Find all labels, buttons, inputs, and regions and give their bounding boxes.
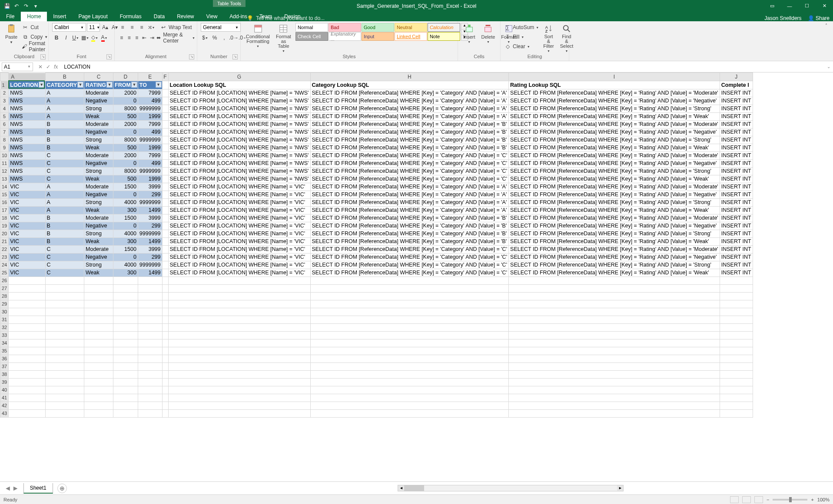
cell[interactable] <box>720 370 753 378</box>
cell[interactable]: SELECT ID FROM [ReferenceData] WHERE [Ke… <box>310 245 509 253</box>
cell[interactable] <box>113 292 138 300</box>
scroll-thumb[interactable] <box>404 485 424 491</box>
cell[interactable]: NWS <box>9 144 45 152</box>
cell[interactable]: INSERT INT <box>720 152 753 159</box>
cell[interactable]: SELECT ID FROM [ReferenceData] WHERE [Ke… <box>509 261 720 269</box>
row-header[interactable]: 15 <box>0 191 9 198</box>
row-header[interactable]: 10 <box>0 152 9 159</box>
column-header[interactable]: D <box>113 73 138 81</box>
cell[interactable]: NWS <box>9 175 45 183</box>
column-header[interactable]: E <box>138 73 162 81</box>
cell[interactable]: 1499 <box>138 206 162 214</box>
cell[interactable] <box>720 277 753 284</box>
tab-file[interactable]: File <box>0 12 21 21</box>
tab-page-layout[interactable]: Page Layout <box>72 12 113 21</box>
row-header[interactable]: 1 <box>0 81 8 89</box>
cell[interactable] <box>113 394 138 402</box>
cell[interactable]: SELECT ID FROM [ReferenceData] WHERE [Ke… <box>509 230 720 237</box>
cell[interactable]: 7999 <box>138 89 162 97</box>
cell[interactable]: SELECT ID FROM [ReferenceData] WHERE [Ke… <box>509 159 720 167</box>
percent-format-icon[interactable]: % <box>210 33 219 42</box>
border-button[interactable]: ▦▼ <box>81 33 90 42</box>
cell[interactable] <box>138 300 162 308</box>
cell[interactable] <box>162 105 168 112</box>
cell[interactable]: 0 <box>113 97 138 105</box>
align-top-icon[interactable]: ≡ <box>118 23 127 32</box>
cell[interactable] <box>84 355 113 362</box>
cell[interactable]: Moderate <box>84 152 113 159</box>
cell[interactable]: B <box>45 222 84 230</box>
cell[interactable] <box>162 214 168 222</box>
row-header[interactable]: 9 <box>0 144 9 152</box>
cell[interactable] <box>162 120 168 128</box>
font-size-select[interactable]: 11▼ <box>87 23 100 32</box>
cell[interactable]: Negative <box>84 97 113 105</box>
cell[interactable]: VIC <box>9 253 45 261</box>
cell[interactable] <box>9 409 45 417</box>
cell[interactable]: SELECT ID FROM [ReferenceData] WHERE [Ke… <box>310 136 509 144</box>
row-header[interactable]: 29 <box>0 300 9 308</box>
cell[interactable]: INSERT INT <box>720 89 753 97</box>
dialog-launcher-icon[interactable]: ↘ <box>106 54 112 59</box>
cell-style-option[interactable]: Normal <box>295 23 328 32</box>
cell[interactable]: INSERT INT <box>720 206 753 214</box>
cell[interactable]: SELECT ID FROM [ReferenceData] WHERE [Ke… <box>310 144 509 152</box>
cell[interactable] <box>84 323 113 331</box>
cell[interactable] <box>168 300 310 308</box>
cell[interactable]: INSERT INT <box>720 159 753 167</box>
cell[interactable] <box>310 284 509 292</box>
cell[interactable] <box>138 292 162 300</box>
cell[interactable]: Moderate <box>84 214 113 222</box>
cell[interactable] <box>720 402 753 409</box>
cell[interactable]: 1499 <box>138 269 162 277</box>
cell[interactable]: SELECT ID FROM [ReferenceData] WHERE [Ke… <box>509 120 720 128</box>
cell[interactable]: A <box>45 105 84 112</box>
cell[interactable] <box>720 300 753 308</box>
cell[interactable]: Weak <box>84 112 113 120</box>
cell[interactable] <box>162 175 168 183</box>
increase-font-icon[interactable]: A▴ <box>101 23 110 32</box>
cell[interactable]: 8000 <box>113 105 138 112</box>
cell[interactable]: Moderate <box>84 89 113 97</box>
cell-styles-gallery[interactable]: NormalBadGoodNeutralCalculationCheck Cel… <box>295 23 460 41</box>
fx-icon[interactable]: fx <box>54 64 58 70</box>
cell[interactable]: VIC <box>9 214 45 222</box>
align-right-icon[interactable]: ≡ <box>133 33 140 42</box>
row-header[interactable]: 5 <box>0 112 9 120</box>
clear-button[interactable]: ◇Clear▼ <box>504 42 539 51</box>
cell[interactable] <box>45 331 84 339</box>
cell[interactable]: INSERT INT <box>720 175 753 183</box>
row-header[interactable]: 12 <box>0 167 9 175</box>
cell[interactable] <box>162 261 168 269</box>
cell[interactable]: SELECT ID FROM [LOCATION] WHERE [Name] =… <box>168 105 310 112</box>
cell[interactable] <box>162 245 168 253</box>
cell[interactable] <box>45 277 84 284</box>
cell[interactable]: 300 <box>113 269 138 277</box>
cell[interactable] <box>162 253 168 261</box>
row-header[interactable]: 26 <box>0 277 9 284</box>
cell[interactable] <box>162 339 168 347</box>
filter-dropdown-icon[interactable]: ▼ <box>131 82 137 88</box>
cell[interactable]: C <box>45 261 84 269</box>
cell[interactable]: 8000 <box>113 167 138 175</box>
cell[interactable]: NWS <box>9 105 45 112</box>
cell[interactable]: VIC <box>9 245 45 253</box>
cell[interactable]: SELECT ID FROM [ReferenceData] WHERE [Ke… <box>509 175 720 183</box>
bold-button[interactable]: B <box>52 33 61 42</box>
cell[interactable] <box>162 378 168 386</box>
cell[interactable] <box>9 378 45 386</box>
number-format-select[interactable]: General▼ <box>201 23 241 32</box>
cell[interactable] <box>720 331 753 339</box>
cell[interactable]: B <box>45 214 84 222</box>
new-sheet-button[interactable]: ⊕ <box>57 484 67 493</box>
cell[interactable] <box>45 347 84 355</box>
cell[interactable] <box>138 308 162 316</box>
cell[interactable] <box>310 347 509 355</box>
cell[interactable] <box>9 316 45 323</box>
cell[interactable]: SELECT ID FROM [ReferenceData] WHERE [Ke… <box>509 105 720 112</box>
cell[interactable] <box>113 284 138 292</box>
cell[interactable]: INSERT INT <box>720 237 753 245</box>
row-header[interactable]: 33 <box>0 331 9 339</box>
cell[interactable]: SELECT ID FROM [LOCATION] WHERE [Name] =… <box>168 198 310 206</box>
cell[interactable] <box>84 378 113 386</box>
